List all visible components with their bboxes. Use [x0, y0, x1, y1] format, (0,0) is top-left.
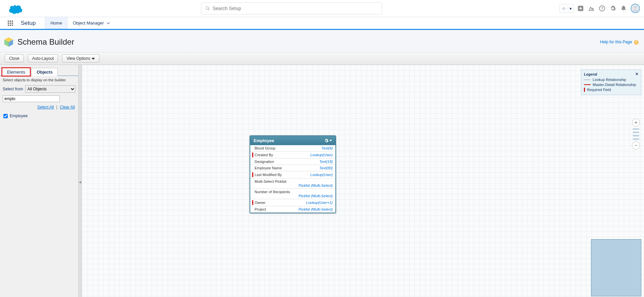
field-type: Lookup(User)	[310, 173, 333, 177]
field-type: Picklist (Multi-Select)	[299, 183, 333, 187]
filter-input[interactable]	[3, 95, 60, 102]
legend-lookup-line	[584, 80, 591, 80]
star-icon: ☆	[560, 6, 568, 11]
entity-gear-menu[interactable]	[324, 138, 332, 143]
field-row[interactable]: DesignationText(18)	[250, 159, 335, 165]
select-clear-links: Select All | Clear All	[0, 103, 78, 111]
caret-down-icon	[329, 140, 332, 141]
legend-close-icon[interactable]: ✕	[635, 72, 638, 76]
select-from-row: Select from All Objects	[0, 84, 78, 94]
field-type: Text(80)	[319, 166, 333, 170]
field-row[interactable]: ProjectPicklist (Multi-Select)	[250, 206, 335, 213]
help-icon[interactable]: ?	[598, 5, 606, 12]
zoom-level-4[interactable]	[633, 128, 639, 130]
select-all-link[interactable]: Select All	[37, 105, 54, 110]
chevron-down-icon	[107, 22, 110, 24]
schema-cube-icon	[3, 37, 14, 47]
trailhead-icon[interactable]	[588, 5, 595, 12]
field-name: Employee Name	[255, 166, 319, 170]
field-row[interactable]: Created ByLookup(User)	[250, 152, 335, 159]
sidebar: Elements Objects Select objects to displ…	[0, 65, 78, 297]
field-type: Lookup(User)	[310, 153, 333, 157]
select-from-label: Select from	[3, 87, 23, 91]
sidebar-collapse-handle[interactable]: ◀	[78, 65, 82, 297]
field-name: Designation	[255, 160, 319, 164]
global-search[interactable]	[201, 2, 382, 14]
tab-elements[interactable]: Elements	[2, 68, 30, 76]
help-dot-icon: ?	[634, 40, 639, 45]
canvas[interactable]: Legend ✕ Lookup Relationship Master-Deta…	[82, 65, 644, 297]
zoom-level-3[interactable]	[633, 132, 639, 133]
select-from-dropdown[interactable]: All Objects	[25, 85, 75, 93]
svg-line-1	[208, 9, 210, 10]
field-type: Text(6)	[321, 146, 333, 150]
nav-home[interactable]: Home	[45, 17, 67, 29]
field-row[interactable]: OwnerLookup(User+1)	[250, 199, 335, 206]
field-name: Owner	[255, 201, 306, 205]
entity-header[interactable]: Employee	[250, 136, 335, 145]
view-options-button[interactable]: View Options	[62, 54, 99, 62]
tab-objects[interactable]: Objects	[32, 68, 58, 76]
svg-point-5	[634, 6, 637, 8]
page-header: Schema Builder Help for this Page ?	[0, 30, 644, 52]
zoom-level-2[interactable]	[633, 135, 639, 136]
help-link-wrap[interactable]: Help for this Page ?	[600, 39, 639, 45]
field-name: Blood Group	[255, 146, 321, 150]
field-name: Multi-Select Picklist	[255, 179, 333, 183]
legend-lookup: Lookup Relationship	[593, 78, 626, 82]
gear-icon	[324, 138, 329, 143]
gear-icon[interactable]	[609, 5, 616, 12]
sidebar-instructions: Select objects to display on the builder…	[0, 76, 78, 84]
favorite-button[interactable]: ☆ ▾	[559, 4, 574, 13]
legend-master-detail: Master-Detail Relationship	[593, 83, 636, 87]
field-type: Lookup(User+1)	[306, 201, 333, 205]
entity-title: Employee	[254, 138, 274, 143]
zoom-out-button[interactable]: −	[632, 141, 640, 150]
avatar[interactable]	[631, 4, 640, 13]
close-button[interactable]: Close	[5, 54, 24, 62]
zoom-in-button[interactable]: +	[632, 119, 640, 127]
field-name: Project	[255, 207, 299, 211]
field-type: Picklist (Multi-Select)	[299, 194, 333, 198]
help-link[interactable]: Help for this Page	[600, 40, 632, 44]
required-indicator	[252, 200, 253, 205]
favorite-dropdown-icon[interactable]: ▾	[568, 6, 573, 11]
field-name: Created By	[255, 153, 310, 157]
bell-icon[interactable]	[620, 5, 627, 12]
minimap[interactable]	[591, 239, 641, 296]
caret-down-icon	[92, 58, 95, 60]
entity-employee[interactable]: Employee Blood GroupText(6)Created ByLoo…	[250, 135, 336, 213]
legend: Legend ✕ Lookup Relationship Master-Deta…	[581, 70, 641, 95]
object-list: Employee	[0, 111, 78, 121]
svg-text:?: ?	[601, 6, 603, 10]
legend-master-line	[584, 84, 591, 85]
app-launcher[interactable]	[0, 17, 21, 29]
field-type: Text(18)	[319, 160, 333, 164]
required-indicator	[252, 153, 253, 157]
builder-body: Elements Objects Select objects to displ…	[0, 65, 644, 297]
field-name: Last Modified By	[255, 173, 310, 177]
clear-all-link[interactable]: Clear All	[60, 105, 75, 110]
auto-layout-button[interactable]: Auto-Layout	[28, 54, 58, 62]
search-input[interactable]	[213, 6, 378, 11]
object-item-employee[interactable]: Employee	[3, 114, 75, 118]
add-icon[interactable]	[577, 5, 584, 12]
legend-title: Legend	[584, 72, 597, 76]
legend-required: Required Field	[587, 88, 611, 92]
field-row[interactable]: Number of RecipientsPicklist (Multi-Sele…	[250, 189, 335, 199]
salesforce-logo	[7, 3, 23, 14]
field-row[interactable]: Multi-Select PicklistPicklist (Multi-Sel…	[250, 178, 335, 189]
field-row[interactable]: Last Modified ByLookup(User)	[250, 171, 335, 178]
zoom-level-1[interactable]	[633, 138, 639, 140]
object-label: Employee	[10, 114, 28, 118]
page-title: Schema Builder	[17, 37, 74, 47]
field-name: Number of Recipients	[255, 190, 333, 194]
app-name: Setup	[21, 17, 45, 29]
field-row[interactable]: Blood GroupText(6)	[250, 145, 335, 152]
search-icon	[205, 6, 210, 11]
field-row[interactable]: Employee NameText(80)	[250, 165, 335, 171]
legend-required-bar	[584, 88, 585, 92]
object-checkbox-employee[interactable]	[3, 114, 8, 118]
nav-object-manager[interactable]: Object Manager	[67, 17, 115, 29]
field-type: Picklist (Multi-Select)	[299, 207, 333, 211]
